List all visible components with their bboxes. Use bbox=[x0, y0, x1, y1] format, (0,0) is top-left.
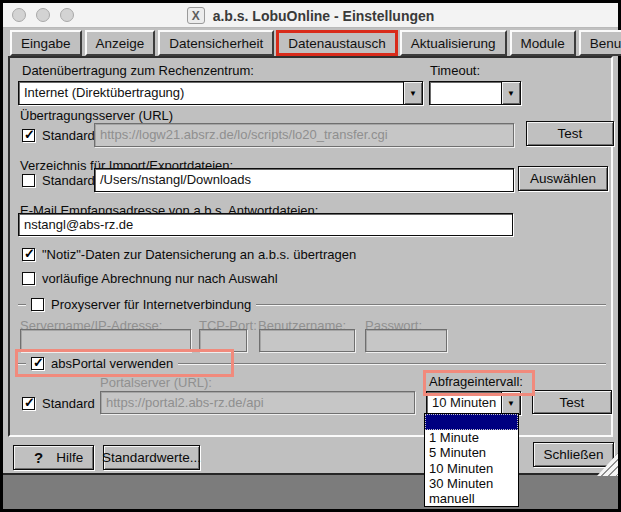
datenuebertragung-label: Datenübertragung zum Rechenzentrum: bbox=[22, 63, 254, 78]
help-icon: ? bbox=[34, 449, 43, 466]
chevron-down-icon[interactable]: ▼ bbox=[501, 82, 520, 104]
abfrageintervall-selected: 10 Minuten bbox=[427, 392, 501, 414]
x11-icon: X bbox=[187, 7, 205, 24]
screenshot-root: X a.b.s. LobuOnline - Einstellungen Eing… bbox=[0, 0, 621, 512]
dropdown-option-10-minuten[interactable]: 10 Minuten bbox=[425, 460, 518, 475]
notiz-label: "Notiz"-Daten zur Datensicherung an a.b.… bbox=[42, 247, 356, 262]
vorlaeufig-row: vorläufige Abrechnung nur nach Auswahl bbox=[22, 270, 278, 287]
tab-content-datenaustausch: Datenübertragung zum Rechenzentrum: Time… bbox=[8, 56, 613, 437]
proxy-legend: Proxyserver für Internetverbindung bbox=[26, 296, 256, 313]
timeout-selected bbox=[430, 82, 501, 104]
chevron-down-icon[interactable]: ▼ bbox=[501, 392, 520, 414]
window-title: a.b.s. LobuOnline - Einstellungen bbox=[213, 8, 435, 24]
verzeichnis-path-field[interactable]: /Users/nstangl/Downloads bbox=[94, 168, 514, 192]
email-field[interactable]: nstangl@abs-rz.de bbox=[18, 213, 513, 236]
portal-standard-label: Standard bbox=[42, 396, 95, 411]
absportal-checkbox[interactable] bbox=[31, 357, 44, 370]
portal-standard-checkbox[interactable] bbox=[22, 397, 35, 410]
passwort-field bbox=[365, 329, 447, 352]
datenuebertragung-select[interactable]: Internet (Direktübertragung) ▼ bbox=[18, 81, 423, 105]
vorlaeufig-checkbox[interactable] bbox=[22, 272, 35, 285]
tab-anzeige[interactable]: Anzeige bbox=[85, 30, 156, 56]
portal-test-button[interactable]: Test bbox=[532, 390, 612, 414]
portalserver-url-field: https://portal2.abs-rz.de/api bbox=[100, 391, 415, 414]
dropdown-option-30-minuten[interactable]: 30 Minuten bbox=[425, 476, 518, 491]
dropdown-option-empty[interactable] bbox=[425, 414, 518, 430]
server-standard-label: Standard bbox=[42, 128, 95, 143]
vorlaeufig-label: vorläufige Abrechnung nur nach Auswahl bbox=[42, 271, 278, 286]
absportal-legend: absPortal verwenden bbox=[26, 355, 178, 372]
dropdown-option-5-minuten[interactable]: 5 Minuten bbox=[425, 445, 518, 460]
chevron-down-icon[interactable]: ▼ bbox=[403, 82, 422, 104]
tab-datensicherheit[interactable]: Datensicherheit bbox=[158, 30, 274, 56]
schliessen-button[interactable]: Schließen bbox=[533, 442, 614, 467]
verzeichnis-standard-label: Standard bbox=[42, 173, 95, 188]
server-standard-checkbox[interactable] bbox=[22, 129, 35, 142]
proxy-legend-label: Proxyserver für Internetverbindung bbox=[51, 297, 251, 312]
tab-label: Datenaustausch bbox=[288, 36, 386, 51]
tcp-port-field bbox=[199, 329, 247, 352]
tab-benutzer[interactable]: Benutzer bbox=[579, 30, 621, 56]
verzeichnis-standard-row: Standard bbox=[22, 172, 95, 189]
uebertragungsserver-url-field: https://logw21.absrz.de/lo/scripts/lo20_… bbox=[94, 123, 514, 147]
portalserver-label: Portalserver (URL): bbox=[100, 375, 212, 390]
auswaehlen-button[interactable]: Auswählen bbox=[518, 166, 608, 191]
notiz-row: "Notiz"-Daten zur Datensicherung an a.b.… bbox=[22, 246, 356, 263]
proxy-checkbox[interactable] bbox=[31, 298, 44, 311]
abfrageintervall-dropdown-list: 1 Minute 5 Minuten 10 Minuten 30 Minuten… bbox=[424, 413, 519, 507]
datenuebertragung-selected: Internet (Direktübertragung) bbox=[19, 82, 403, 104]
timeout-select[interactable]: ▼ bbox=[429, 81, 521, 105]
abfrageintervall-select[interactable]: 10 Minuten ▼ bbox=[426, 391, 521, 415]
hilfe-button[interactable]: ? Hilfe bbox=[13, 445, 94, 470]
tab-datenaustausch[interactable]: Datenaustausch bbox=[277, 30, 397, 56]
server-standard-row: Standard bbox=[22, 127, 95, 144]
titlebar: X a.b.s. LobuOnline - Einstellungen bbox=[3, 3, 618, 28]
settings-window: X a.b.s. LobuOnline - Einstellungen Eing… bbox=[3, 3, 618, 509]
dropdown-option-manuell[interactable]: manuell bbox=[425, 491, 518, 506]
absportal-legend-label: absPortal verwenden bbox=[51, 356, 173, 371]
dialog-body: Eingabe Anzeige Datensicherheit Datenaus… bbox=[3, 28, 618, 473]
standardwerte-button[interactable]: Standardwerte... bbox=[103, 445, 200, 470]
dropdown-option-1-minute[interactable]: 1 Minute bbox=[425, 430, 518, 445]
verzeichnis-standard-checkbox[interactable] bbox=[22, 174, 35, 187]
notiz-checkbox[interactable] bbox=[22, 248, 35, 261]
servername-field bbox=[20, 329, 191, 352]
desktop-background bbox=[3, 473, 618, 509]
uebertragungsserver-label: Übertragungsserver (URL) bbox=[20, 108, 173, 123]
benutzername-field bbox=[259, 329, 355, 352]
server-test-button[interactable]: Test bbox=[526, 121, 614, 146]
abfrageintervall-label: Abfrageintervall: bbox=[429, 374, 523, 389]
tab-eingabe[interactable]: Eingabe bbox=[10, 30, 82, 56]
timeout-label: Timeout: bbox=[430, 63, 480, 78]
title-area: X a.b.s. LobuOnline - Einstellungen bbox=[3, 3, 618, 28]
portal-standard-row: Standard bbox=[22, 395, 95, 412]
tab-bar: Eingabe Anzeige Datensicherheit Datenaus… bbox=[10, 30, 621, 56]
tab-aktualisierung[interactable]: Aktualisierung bbox=[400, 30, 507, 56]
hilfe-button-label: Hilfe bbox=[56, 450, 83, 465]
tab-module[interactable]: Module bbox=[510, 30, 576, 56]
